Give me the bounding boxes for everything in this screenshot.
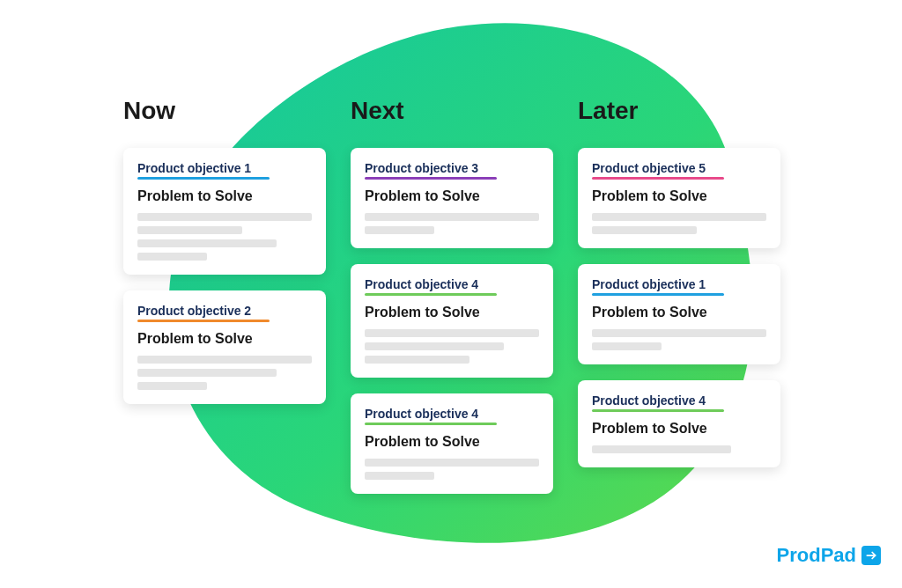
brand-badge: ProdPad: [777, 544, 881, 567]
placeholder-line: [592, 329, 766, 337]
roadmap-card[interactable]: Product objective 1Problem to Solve: [578, 264, 780, 364]
column-header: Later: [578, 97, 780, 125]
placeholder-line: [137, 356, 312, 364]
objective-underline: [592, 409, 724, 412]
placeholder-line: [137, 253, 207, 261]
objective-underline: [365, 177, 497, 180]
column-header: Now: [123, 97, 326, 125]
card-title: Problem to Solve: [365, 434, 539, 450]
placeholder-line: [137, 369, 277, 377]
roadmap-card[interactable]: Product objective 4Problem to Solve: [351, 393, 553, 494]
roadmap-card[interactable]: Product objective 5Problem to Solve: [578, 148, 780, 248]
placeholder-line: [365, 472, 434, 480]
roadmap-card[interactable]: Product objective 3Problem to Solve: [351, 148, 553, 248]
objective-label: Product objective 1: [137, 161, 251, 175]
brand-name: ProdPad: [777, 544, 856, 567]
column-now: NowProduct objective 1Problem to SolvePr…: [123, 97, 326, 494]
placeholder-line: [137, 239, 277, 247]
placeholder-line: [592, 342, 662, 350]
placeholder-line: [592, 213, 766, 221]
objective-label: Product objective 4: [592, 393, 706, 408]
column-header: Next: [351, 97, 553, 125]
roadmap-card[interactable]: Product objective 4Problem to Solve: [578, 380, 780, 467]
objective-underline: [137, 177, 270, 180]
roadmap-columns: NowProduct objective 1Problem to SolvePr…: [123, 97, 780, 494]
card-title: Problem to Solve: [365, 305, 539, 320]
objective-underline: [592, 177, 724, 180]
placeholder-line: [365, 356, 469, 364]
brand-icon: [861, 546, 881, 565]
placeholder-line: [137, 382, 207, 390]
objective-label: Product objective 1: [592, 277, 706, 291]
placeholder-line: [365, 226, 434, 234]
placeholder-line: [137, 213, 312, 221]
objective-underline: [365, 423, 497, 425]
column-later: LaterProduct objective 5Problem to Solve…: [578, 97, 780, 494]
column-next: NextProduct objective 3Problem to SolveP…: [351, 97, 553, 494]
roadmap-card[interactable]: Product objective 4Problem to Solve: [351, 264, 553, 378]
objective-label: Product objective 3: [365, 161, 478, 175]
objective-underline: [592, 293, 724, 296]
roadmap-card[interactable]: Product objective 1Problem to Solve: [123, 148, 326, 275]
card-title: Problem to Solve: [592, 421, 766, 437]
placeholder-line: [365, 459, 539, 467]
objective-label: Product objective 5: [592, 161, 706, 175]
card-title: Problem to Solve: [592, 188, 766, 204]
objective-label: Product objective 4: [365, 277, 478, 291]
objective-label: Product objective 2: [137, 304, 251, 318]
placeholder-line: [365, 213, 539, 221]
objective-underline: [137, 320, 270, 322]
card-title: Problem to Solve: [137, 331, 312, 347]
placeholder-line: [365, 329, 539, 337]
card-title: Problem to Solve: [137, 188, 312, 204]
card-title: Problem to Solve: [365, 188, 539, 204]
objective-label: Product objective 4: [365, 407, 478, 421]
objective-underline: [365, 293, 497, 296]
card-title: Problem to Solve: [592, 305, 766, 320]
placeholder-line: [592, 445, 731, 453]
roadmap-card[interactable]: Product objective 2Problem to Solve: [123, 290, 326, 404]
placeholder-line: [137, 226, 242, 234]
placeholder-line: [365, 342, 504, 350]
placeholder-line: [592, 226, 697, 234]
